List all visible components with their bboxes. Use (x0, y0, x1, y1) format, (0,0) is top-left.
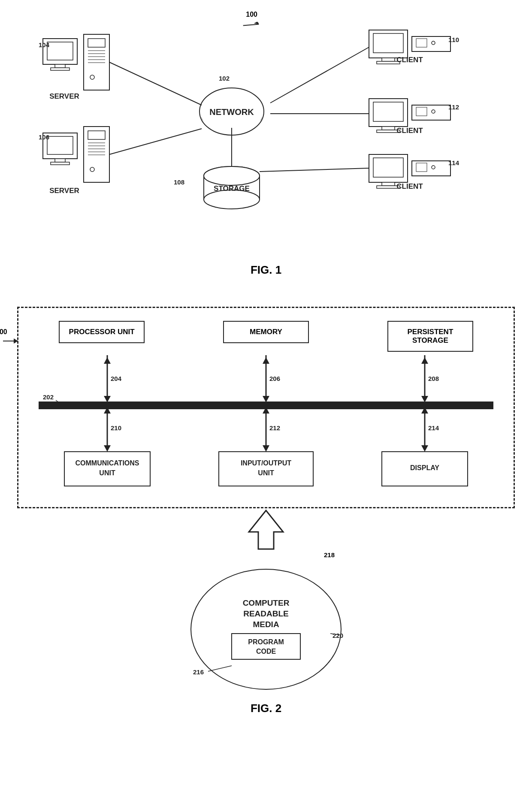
svg-rect-68 (373, 158, 403, 177)
svg-rect-109 (219, 452, 313, 486)
svg-point-73 (432, 166, 435, 169)
svg-marker-85 (263, 357, 269, 364)
svg-line-24 (109, 62, 202, 105)
svg-text:INPUT/OUTPUT: INPUT/OUTPUT (241, 459, 291, 467)
svg-text:NETWORK: NETWORK (209, 107, 254, 117)
svg-text:READABLE: READABLE (243, 609, 289, 618)
svg-rect-121 (232, 634, 300, 659)
svg-rect-28 (51, 162, 70, 165)
svg-rect-13 (51, 68, 70, 70)
fig2-bus-svg: 204 206 208 (31, 355, 501, 492)
svg-marker-116 (249, 510, 283, 549)
svg-rect-11 (47, 42, 73, 60)
svg-text:CLIENT: CLIENT (396, 56, 423, 64)
svg-text:206: 206 (269, 375, 280, 382)
svg-text:112: 112 (448, 103, 459, 111)
svg-rect-26 (47, 136, 73, 154)
svg-point-42 (204, 190, 260, 209)
svg-text:COMMUNICATIONS: COMMUNICATIONS (75, 459, 139, 467)
svg-rect-30 (88, 131, 105, 139)
svg-point-117 (191, 569, 341, 689)
svg-rect-48 (373, 33, 403, 53)
svg-point-63 (432, 110, 435, 113)
svg-point-21 (90, 75, 94, 79)
svg-text:MEDIA: MEDIA (253, 620, 279, 629)
svg-point-36 (90, 167, 94, 172)
svg-marker-88 (421, 396, 428, 402)
svg-text:CLIENT: CLIENT (396, 127, 423, 135)
svg-text:UNIT: UNIT (99, 469, 115, 477)
svg-line-76 (260, 168, 369, 172)
svg-marker-103 (421, 445, 428, 452)
svg-text:208: 208 (428, 375, 439, 382)
large-up-arrow (245, 508, 287, 551)
svg-marker-80 (104, 396, 111, 402)
page: 100 NETWORK 102 (0, 0, 532, 724)
fig2-circle-container: COMPUTER READABLE MEDIA PROGRAM CODE 216… (184, 558, 348, 693)
svg-text:106: 106 (39, 133, 49, 141)
svg-text:114: 114 (448, 159, 459, 166)
svg-text:SERVER: SERVER (49, 92, 79, 100)
svg-text:210: 210 (111, 424, 121, 432)
svg-text:202: 202 (43, 393, 54, 401)
svg-rect-58 (373, 102, 403, 121)
svg-text:204: 204 (111, 375, 122, 382)
processor-unit-box: PROCESSOR UNIT (59, 321, 145, 343)
fig2-ref-218: 218 (324, 551, 335, 558)
svg-text:216: 216 (193, 668, 204, 676)
svg-marker-81 (104, 357, 111, 364)
fig1-caption: FIG. 1 (17, 263, 515, 277)
svg-rect-49 (382, 58, 395, 61)
svg-text:CODE: CODE (256, 648, 276, 655)
svg-point-43 (204, 166, 260, 185)
svg-rect-15 (88, 39, 105, 47)
svg-marker-84 (263, 396, 269, 402)
fig2-caption: FIG. 2 (17, 702, 515, 715)
persistent-storage-box: PERSISTENT STORAGE (387, 321, 473, 352)
svg-rect-69 (382, 182, 395, 186)
svg-rect-27 (55, 159, 65, 162)
svg-line-56 (270, 47, 369, 103)
svg-text:DISPLAY: DISPLAY (410, 464, 439, 471)
fig2-circle-svg: COMPUTER READABLE MEDIA PROGRAM CODE 216… (184, 558, 348, 691)
svg-marker-89 (421, 357, 428, 364)
fig2-dashed-box: PROCESSOR UNIT MEMORY PERSISTENT STORAGE (17, 307, 515, 508)
svg-text:214: 214 (428, 424, 439, 432)
fig2-below-section: 218 COMPUTER READABLE MEDIA PROGRAM CODE… (17, 508, 515, 693)
memory-box: MEMORY (223, 321, 309, 343)
svg-line-39 (109, 129, 202, 154)
svg-text:110: 110 (448, 36, 459, 43)
svg-text:PROGRAM: PROGRAM (248, 638, 284, 646)
svg-point-53 (432, 41, 435, 45)
svg-text:102: 102 (219, 75, 230, 82)
svg-rect-59 (382, 127, 395, 130)
svg-text:STORAGE: STORAGE (214, 184, 250, 193)
svg-rect-12 (55, 64, 65, 68)
svg-text:104: 104 (39, 41, 50, 48)
svg-marker-99 (263, 445, 269, 452)
fig1-diagram: NETWORK 102 SERVER 104 (17, 9, 515, 257)
svg-text:220: 220 (332, 632, 343, 639)
svg-line-0 (243, 17, 259, 33)
svg-text:UNIT: UNIT (258, 469, 274, 477)
svg-text:COMPUTER: COMPUTER (243, 598, 290, 607)
svg-rect-106 (64, 452, 150, 486)
svg-text:212: 212 (269, 424, 280, 432)
svg-text:CLIENT: CLIENT (396, 182, 423, 190)
svg-text:SERVER: SERVER (49, 187, 79, 195)
svg-marker-95 (104, 445, 111, 452)
svg-text:108: 108 (174, 178, 184, 186)
fig2-container: 200 PROCESSOR UNIT MEMORY (17, 307, 515, 693)
